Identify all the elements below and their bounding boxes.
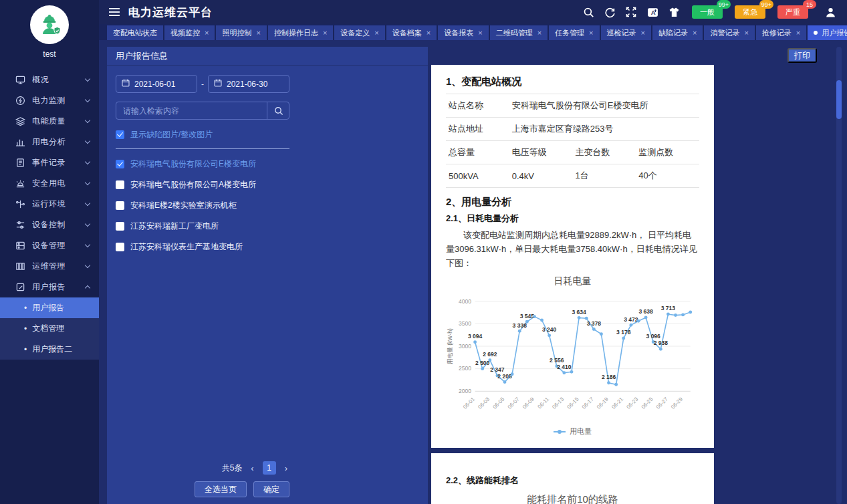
- checkbox-unchecked-icon[interactable]: [116, 243, 124, 251]
- submenu-item-用户报告二[interactable]: •用户报告二: [0, 339, 99, 360]
- close-tab-icon[interactable]: ×: [427, 29, 431, 37]
- svg-text:2 410: 2 410: [557, 364, 572, 370]
- ops-manage-icon: [15, 261, 25, 272]
- close-tab-icon[interactable]: ×: [641, 29, 645, 37]
- sidebar-item-label: 运维管理: [32, 261, 86, 272]
- chart-legend[interactable]: 用电量: [446, 426, 699, 436]
- alert-button-紧急[interactable]: 紧急99+: [735, 5, 765, 19]
- close-tab-icon[interactable]: ×: [537, 29, 541, 37]
- tab-控制操作日志[interactable]: 控制操作日志×: [268, 25, 333, 40]
- close-tab-icon[interactable]: ×: [256, 29, 260, 37]
- chevron-down-icon: [85, 159, 90, 164]
- sidebar-item-用户报告[interactable]: 用户报告: [0, 277, 99, 297]
- date-to-input[interactable]: 2021-06-30: [208, 75, 289, 93]
- scrollbar-thumb[interactable]: [836, 80, 842, 119]
- sidebar-item-label: 安全用电: [32, 178, 86, 189]
- svg-text:06-11: 06-11: [537, 396, 551, 410]
- page-number[interactable]: 1: [263, 461, 276, 475]
- tab-缺陷记录[interactable]: 缺陷记录×: [652, 25, 703, 40]
- user-icon[interactable]: [824, 6, 836, 18]
- close-tab-icon[interactable]: ×: [589, 29, 593, 37]
- svg-text:2 938: 2 938: [654, 340, 669, 347]
- checkbox-checked-icon[interactable]: [116, 130, 124, 139]
- alert-button-严重[interactable]: 严重15: [777, 5, 808, 19]
- close-tab-icon[interactable]: ×: [796, 29, 800, 37]
- sidebar-item-电能质量[interactable]: 电能质量: [0, 111, 99, 132]
- filter-panel-body: 2021-06-01 - 2021-06-30 显示缺陷图片/整改图片 安科瑞电…: [107, 66, 428, 504]
- confirm-button[interactable]: 确定: [253, 481, 289, 497]
- sidebar-item-概况[interactable]: 概况: [0, 70, 99, 90]
- chevron-down-icon: [85, 180, 90, 185]
- chevron-up-icon: [85, 285, 90, 291]
- sidebar-item-事件记录[interactable]: 事件记录: [0, 152, 99, 173]
- checkbox-unchecked-icon[interactable]: [116, 180, 124, 189]
- translate-icon[interactable]: A: [646, 6, 658, 18]
- alert-label: 紧急: [743, 7, 757, 17]
- search-icon[interactable]: [582, 6, 594, 18]
- close-tab-icon[interactable]: ×: [478, 29, 482, 37]
- tab-设备档案[interactable]: 设备档案×: [386, 25, 437, 40]
- checkbox-unchecked-icon[interactable]: [116, 222, 124, 231]
- device-control-icon: [15, 220, 25, 231]
- station-label: 江苏安科瑞仪表生产基地变电所: [130, 241, 243, 253]
- close-tab-icon[interactable]: ×: [205, 29, 209, 37]
- table-cell: 0.4kV: [509, 164, 573, 188]
- sidebar-item-运行环境[interactable]: 运行环境: [0, 194, 99, 215]
- tab-label: 设备档案: [392, 28, 422, 38]
- show-images-checkbox-row[interactable]: 显示缺陷图片/整改图片: [116, 129, 289, 140]
- close-tab-icon[interactable]: ×: [744, 29, 748, 37]
- svg-text:3 638: 3 638: [638, 309, 653, 316]
- chevron-down-icon: [85, 242, 90, 247]
- tab-设备报表[interactable]: 设备报表×: [438, 25, 488, 40]
- date-from-input[interactable]: 2021-06-01: [116, 75, 197, 93]
- checkbox-checked-icon[interactable]: [116, 160, 124, 168]
- submenu-item-文档管理[interactable]: •文档管理: [0, 318, 99, 339]
- hamburger-icon[interactable]: [108, 7, 120, 17]
- tab-变配电站状态[interactable]: 变配电站状态: [107, 25, 163, 40]
- calendar-icon: [122, 79, 130, 89]
- date-from-value: 2021-06-01: [134, 80, 175, 89]
- station-checkbox-row[interactable]: 江苏安科瑞仪表生产基地变电所: [116, 241, 289, 253]
- station-checkbox-row[interactable]: 安科瑞电气股份有限公司E楼变电所: [116, 158, 289, 170]
- submenu-item-用户报告[interactable]: •用户报告: [0, 297, 99, 318]
- station-checkbox-row[interactable]: 江苏安科瑞新工厂变电所: [116, 221, 289, 232]
- tab-视频监控[interactable]: 视频监控×: [164, 25, 215, 40]
- tab-照明控制[interactable]: 照明控制×: [216, 25, 266, 40]
- close-tab-icon[interactable]: ×: [374, 29, 378, 37]
- select-all-button[interactable]: 全选当页: [195, 481, 247, 497]
- tab-抢修记录[interactable]: 抢修记录×: [756, 25, 806, 40]
- sidebar-item-设备管理[interactable]: 设备管理: [0, 235, 99, 256]
- fullscreen-icon[interactable]: [625, 6, 637, 18]
- sidebar-item-label: 运行环境: [32, 199, 86, 210]
- close-tab-icon[interactable]: ×: [693, 29, 697, 37]
- tab-消警记录[interactable]: 消警记录×: [704, 25, 754, 40]
- svg-text:3 178: 3 178: [616, 330, 631, 336]
- alert-badge: 15: [803, 0, 816, 9]
- search-button[interactable]: [267, 102, 289, 120]
- chevron-down-icon: [85, 138, 90, 144]
- search-input[interactable]: [116, 102, 289, 120]
- station-checkbox-row[interactable]: 安科瑞E楼2楼实验室演示机柜: [116, 200, 289, 211]
- theme-shirt-icon[interactable]: [668, 6, 680, 18]
- checkbox-unchecked-icon[interactable]: [116, 201, 124, 210]
- sidebar-item-设备控制[interactable]: 设备控制: [0, 215, 99, 235]
- sidebar-item-电力监测[interactable]: 电力监测: [0, 90, 99, 111]
- tab-任务管理[interactable]: 任务管理×: [549, 25, 599, 40]
- bullet-icon: •: [24, 303, 27, 313]
- tab-二维码管理[interactable]: 二维码管理×: [490, 25, 548, 40]
- sidebar-item-用电分析[interactable]: 用电分析: [0, 132, 99, 152]
- tab-巡检记录[interactable]: 巡检记录×: [601, 25, 651, 40]
- sidebar-item-运维管理[interactable]: 运维管理: [0, 256, 99, 277]
- sidebar-item-安全用电[interactable]: 安全用电: [0, 173, 99, 194]
- next-page-icon[interactable]: ›: [283, 463, 289, 473]
- overview-monitor-icon: [15, 75, 25, 86]
- section-2-2-heading: 2.2、线路能耗排名: [446, 475, 699, 487]
- tab-设备定义[interactable]: 设备定义×: [334, 25, 384, 40]
- refresh-icon[interactable]: [604, 6, 616, 18]
- print-button[interactable]: 打印: [788, 48, 817, 63]
- close-tab-icon[interactable]: ×: [323, 29, 327, 37]
- alert-button-一般[interactable]: 一般99+: [692, 5, 723, 19]
- station-checkbox-row[interactable]: 安科瑞电气股份有限公司A楼变电所: [116, 179, 289, 191]
- tab-用户报告[interactable]: 用户报告×: [808, 25, 847, 40]
- prev-page-icon[interactable]: ‹: [249, 463, 255, 473]
